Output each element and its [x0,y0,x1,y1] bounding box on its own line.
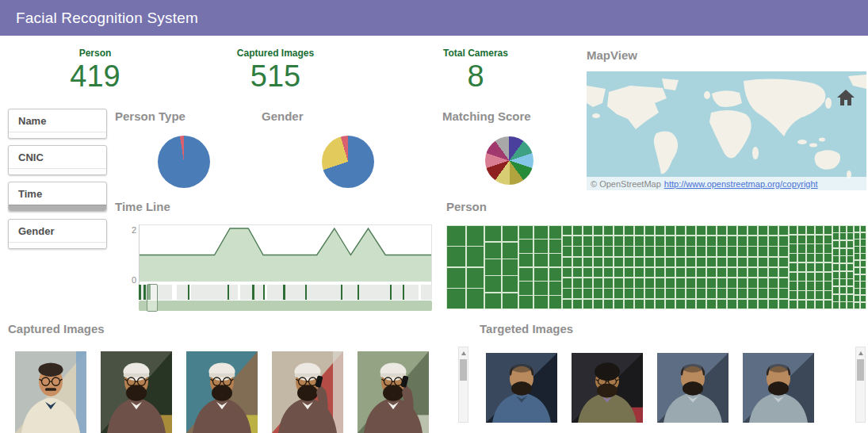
treemap-cell[interactable] [594,236,602,246]
treemap-cell[interactable] [563,289,572,298]
treemap-cell[interactable] [840,256,846,262]
treemap-cell[interactable] [855,226,859,232]
treemap-cell[interactable] [790,236,797,243]
filter-time[interactable]: Time [8,182,107,212]
treemap-cell[interactable] [635,289,644,298]
treemap-cell[interactable] [686,268,695,278]
treemap-cell[interactable] [847,256,853,262]
treemap-cell[interactable] [798,273,805,281]
treemap-cell[interactable] [594,278,602,288]
treemap-cell[interactable] [583,289,592,298]
treemap-cell[interactable] [847,233,853,239]
treemap-cell[interactable] [728,289,736,298]
treemap-cell[interactable] [625,226,633,236]
treemap-cell[interactable] [635,278,644,288]
treemap-cell[interactable] [798,226,805,234]
minimap-segment[interactable] [191,285,228,300]
treemap-cell[interactable] [807,263,814,271]
treemap-cell[interactable] [594,268,602,278]
captured-photo[interactable] [101,351,172,433]
treemap-cell[interactable] [840,279,846,285]
treemap-cell[interactable] [666,247,675,256]
treemap-cell[interactable] [840,287,846,293]
treemap-cell[interactable] [833,264,839,270]
treemap-cell[interactable] [807,236,814,243]
treemap-cell[interactable] [503,259,518,275]
treemap-cell[interactable] [697,226,705,236]
treemap-cell[interactable] [790,301,797,308]
treemap-cell[interactable] [573,278,582,288]
treemap-cell[interactable] [503,243,518,259]
treemap-cell[interactable] [779,268,788,278]
treemap-cell[interactable] [855,296,859,301]
treemap-cell[interactable] [666,289,675,298]
treemap-cell[interactable] [728,247,736,256]
treemap-cell[interactable] [798,244,805,252]
treemap-cell[interactable] [728,278,736,288]
treemap-cell[interactable] [748,247,757,256]
treemap-cell[interactable] [447,289,465,308]
treemap-cell[interactable] [790,291,797,299]
treemap-cell[interactable] [861,247,866,252]
treemap-cell[interactable] [686,300,695,309]
treemap-cell[interactable] [779,300,788,309]
treemap-cell[interactable] [807,301,814,308]
treemap-cell[interactable] [833,233,839,239]
treemap-cell[interactable] [583,268,592,278]
map-home-button[interactable] [836,89,855,106]
treemap-cell[interactable] [635,300,644,309]
treemap-cell[interactable] [594,289,602,298]
treemap-cell[interactable] [798,282,805,289]
scrollbar-thumb[interactable] [857,359,864,381]
treemap-cell[interactable] [534,296,548,308]
gender-pie-chart[interactable] [322,136,374,188]
treemap-cell[interactable] [717,236,726,246]
treemap-cell[interactable] [519,268,533,281]
scroll-up-icon[interactable] [858,351,863,355]
captured-photo[interactable] [15,351,86,433]
treemap-cell[interactable] [738,247,747,256]
treemap-cell[interactable] [847,249,853,255]
treemap-cell[interactable] [604,278,613,288]
treemap-cell[interactable] [549,282,561,294]
treemap-cell[interactable] [738,226,747,236]
treemap-cell[interactable] [519,239,533,252]
treemap-cell[interactable] [748,289,757,298]
treemap-cell[interactable] [717,278,726,288]
treemap-cell[interactable] [779,289,788,298]
treemap-cell[interactable] [676,278,685,288]
filter-gender[interactable]: Gender [8,219,107,249]
treemap-cell[interactable] [717,247,726,256]
treemap-cell[interactable] [738,300,747,309]
treemap-cell[interactable] [485,226,501,242]
treemap-cell[interactable] [833,249,839,255]
treemap-cell[interactable] [707,226,716,236]
treemap-cell[interactable] [779,258,788,267]
treemap-cell[interactable] [779,278,788,288]
treemap-cell[interactable] [728,236,736,246]
treemap-cell[interactable] [790,282,797,289]
treemap-cell[interactable] [816,282,823,289]
treemap-cell[interactable] [645,289,654,298]
treemap-cell[interactable] [519,226,533,239]
treemap-cell[interactable] [614,300,623,309]
treemap-cell[interactable] [824,263,832,271]
minimap-segment[interactable] [254,285,263,300]
treemap-cell[interactable] [807,244,814,252]
treemap-cell[interactable] [833,272,839,278]
treemap-cell[interactable] [816,236,823,243]
treemap-cell[interactable] [645,236,654,246]
treemap-cell[interactable] [707,300,716,309]
treemap-cell[interactable] [759,300,767,309]
treemap-cell[interactable] [769,226,778,236]
treemap-cell[interactable] [738,278,747,288]
treemap-cell[interactable] [549,226,561,239]
treemap-cell[interactable] [790,226,797,234]
minimap-segment[interactable] [285,285,305,300]
minimap-segment[interactable] [307,285,341,300]
treemap-cell[interactable] [728,258,736,267]
treemap-cell[interactable] [728,300,736,309]
treemap-cell[interactable] [769,247,778,256]
treemap-cell[interactable] [625,289,633,298]
treemap-cell[interactable] [519,254,533,266]
